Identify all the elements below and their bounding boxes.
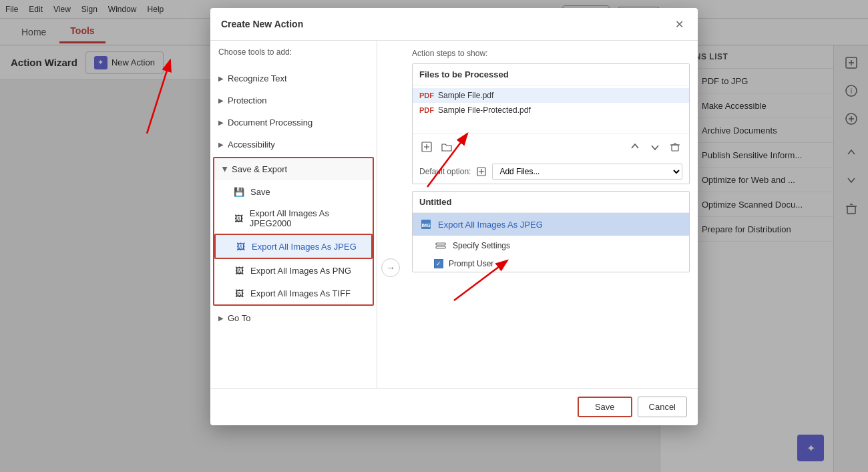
section-save-export-box: ▶ Save & Export 💾 Save 🖼 Export All Imag… xyxy=(213,157,374,306)
tool-item-save-label: Save xyxy=(250,187,270,197)
section-go-to[interactable]: ▶ Go To xyxy=(210,307,377,329)
section-save-export-label: Save & Export xyxy=(232,164,287,174)
create-new-action-dialog: Create New Action ✕ Choose tools to add:… xyxy=(210,8,698,425)
section-save-export[interactable]: ▶ Save & Export xyxy=(214,158,373,180)
files-toolbar xyxy=(413,134,689,160)
tool-item-png[interactable]: 🖼 Export All Images As PNG xyxy=(214,259,373,282)
untitled-section-box: Untitled IMG Export All Images As JPEG S… xyxy=(412,191,690,272)
add-file-button[interactable] xyxy=(418,138,435,156)
arrow-save-export: ▶ xyxy=(222,167,229,172)
checkbox-check-icon: ✓ xyxy=(436,260,441,267)
export-jpeg-icon: IMG xyxy=(419,218,433,231)
tools-panel: ▶ Recognize Text ▶ Protection ▶ Document… xyxy=(210,59,377,337)
svg-rect-23 xyxy=(436,246,445,248)
section-save-export-items: 💾 Save 🖼 Export All Images As JPEG2000 🖼… xyxy=(214,180,373,304)
default-option-row: Default option: Add Files... xyxy=(413,160,689,184)
section-accessibility[interactable]: ▶ Accessibility xyxy=(210,134,377,156)
arrow-recognize-text: ▶ xyxy=(218,75,224,82)
tool-item-jpeg[interactable]: 🖼 Export All Images As JPEG xyxy=(214,234,373,259)
delete-file-button[interactable] xyxy=(666,138,684,156)
dialog-close-button[interactable]: ✕ xyxy=(671,16,687,32)
tool-item-jpeg2000-label: Export All Images As JPEG2000 xyxy=(250,208,365,228)
svg-rect-14 xyxy=(672,145,678,151)
add-action-arrow-icon: → xyxy=(386,262,395,273)
file-label-sample: Sample File.pdf xyxy=(438,91,493,100)
action-sub-prompt-user[interactable]: ✓ Prompt User xyxy=(413,256,689,272)
arrow-protection: ▶ xyxy=(218,97,224,104)
files-to-be-processed-box: Files to be Processed PDF Sample File.pd… xyxy=(412,63,690,184)
save-file-icon: 💾 xyxy=(233,186,245,198)
tiff-icon: 🖼 xyxy=(233,287,245,299)
move-up-button[interactable] xyxy=(626,138,644,156)
png-icon: 🖼 xyxy=(233,264,245,276)
section-protection[interactable]: ▶ Protection xyxy=(210,89,377,111)
section-recognize-text[interactable]: ▶ Recognize Text xyxy=(210,67,377,89)
save-button[interactable]: Save xyxy=(578,397,632,417)
file-label-protected: Sample File-Protected.pdf xyxy=(438,105,531,115)
section-go-to-label: Go To xyxy=(228,313,250,323)
section-protection-label: Protection xyxy=(228,95,267,105)
svg-text:IMG: IMG xyxy=(421,223,431,228)
arrow-accessibility: ▶ xyxy=(218,141,224,148)
default-option-label: Default option: xyxy=(419,167,471,176)
dialog-header: Create New Action ✕ xyxy=(210,8,698,41)
tool-item-jpeg2000[interactable]: 🖼 Export All Images As JPEG2000 xyxy=(214,203,373,234)
section-recognize-text-label: Recognize Text xyxy=(228,73,287,83)
add-action-button[interactable]: → xyxy=(381,258,400,277)
jpeg-icon: 🖼 xyxy=(234,240,246,252)
jpeg2000-icon: 🖼 xyxy=(233,212,244,224)
file-item-protected[interactable]: PDF Sample File-Protected.pdf xyxy=(413,103,689,117)
section-accessibility-label: Accessibility xyxy=(228,140,275,150)
files-list: PDF Sample File.pdf PDF Sample File-Prot… xyxy=(413,85,689,134)
prompt-user-checkbox[interactable]: ✓ xyxy=(434,259,443,268)
dialog-body: Choose tools to add: ▶ Recognize Text ▶ … xyxy=(210,41,698,388)
dialog-footer: Save Cancel xyxy=(210,388,698,425)
cancel-button[interactable]: Cancel xyxy=(638,397,687,417)
arrow-go-to: ▶ xyxy=(218,314,224,322)
pdf-icon-sample: PDF xyxy=(419,91,434,99)
action-sub-prompt-label: Prompt User xyxy=(449,259,493,268)
dialog-title: Create New Action xyxy=(221,19,303,29)
tool-item-jpeg-label: Export All Images As JPEG xyxy=(252,242,357,252)
arrow-doc-processing: ▶ xyxy=(218,119,224,126)
add-files-select[interactable]: Add Files... xyxy=(492,164,682,180)
files-empty-row xyxy=(413,117,689,131)
choose-tools-label: Choose tools to add: xyxy=(210,41,377,59)
add-files-icon xyxy=(476,166,487,177)
action-item-export-jpeg-label: Export All Images As JPEG xyxy=(438,220,543,230)
files-to-be-processed-title: Files to be Processed xyxy=(413,64,689,85)
section-document-processing[interactable]: ▶ Document Processing xyxy=(210,111,377,134)
pdf-icon-protected: PDF xyxy=(419,106,434,114)
tool-item-png-label: Export All Images As PNG xyxy=(250,266,351,276)
tool-item-save[interactable]: 💾 Save xyxy=(214,180,373,203)
action-sub-specify-label: Specify Settings xyxy=(453,241,510,250)
action-item-export-jpeg[interactable]: IMG Export All Images As JPEG xyxy=(413,213,689,236)
specify-settings-icon xyxy=(434,239,447,252)
tool-item-tiff-label: Export All Images As TIFF xyxy=(250,288,351,298)
svg-rect-22 xyxy=(436,243,445,245)
add-action-arrow-area: → xyxy=(377,41,404,388)
section-doc-processing-label: Document Processing xyxy=(228,117,312,128)
tool-item-tiff[interactable]: 🖼 Export All Images As TIFF xyxy=(214,282,373,304)
open-folder-button[interactable] xyxy=(438,138,455,156)
action-steps-label: Action steps to show: xyxy=(412,49,690,58)
file-item-sample[interactable]: PDF Sample File.pdf xyxy=(413,88,689,103)
move-down-button[interactable] xyxy=(646,138,664,156)
action-steps-panel: Action steps to show: Files to be Proces… xyxy=(404,41,698,388)
action-sub-specify-settings[interactable]: Specify Settings xyxy=(413,236,689,256)
untitled-title: Untitled xyxy=(413,192,689,213)
